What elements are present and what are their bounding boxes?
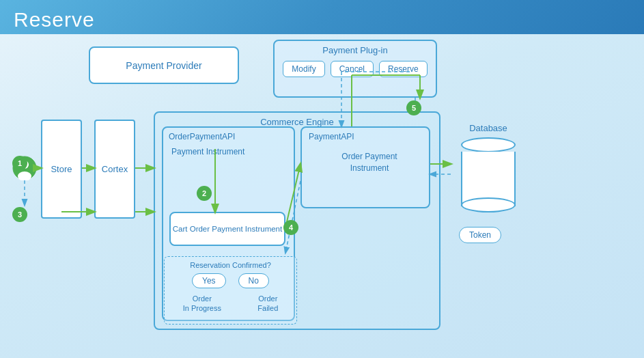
order-in-progress-label: OrderIn Progress: [183, 294, 221, 314]
payment-api-label: PaymentAPI: [302, 128, 429, 144]
token-label: Token: [469, 230, 491, 240]
yes-button[interactable]: Yes: [192, 273, 226, 288]
outcome-labels: OrderIn Progress OrderFailed: [165, 291, 296, 314]
step-1-circle: 1: [12, 156, 27, 171]
cylinder-body: [461, 152, 516, 206]
step-4-circle: 4: [283, 220, 298, 235]
cortex-label: Cortex: [102, 164, 128, 174]
top-bar: Reserve: [0, 0, 644, 34]
order-payment-instrument-label: Order PaymentInstrument: [302, 144, 429, 177]
cylinder-bottom: [461, 197, 516, 212]
database-container: Database: [451, 123, 526, 232]
database-label: Database: [469, 123, 507, 133]
plugin-buttons: Modify Cancel Reserve: [275, 58, 436, 80]
payment-instrument-label: Payment Instrument: [163, 144, 294, 159]
step-5-label: 5: [412, 104, 416, 112]
step-2-label: 2: [202, 189, 206, 197]
payment-api-box: PaymentAPI Order PaymentInstrument: [300, 126, 430, 208]
reservation-box: Reservation Confirmed? Yes No OrderIn Pr…: [164, 256, 297, 325]
cortex-box: Cortex: [94, 120, 135, 219]
payment-provider-box: Payment Provider: [89, 46, 239, 84]
cylinder: [461, 137, 516, 206]
main-container: Reserve Payment Provider Payment Plug-in…: [0, 0, 644, 358]
commerce-engine-label: Commerce Engine: [155, 113, 439, 127]
payment-plugin-box: Payment Plug-in Modify Cancel Reserve: [273, 40, 437, 98]
cart-order-box: Cart Order Payment Instrument: [169, 212, 285, 246]
order-failed-label: OrderFailed: [257, 294, 278, 314]
payment-plugin-label: Payment Plug-in: [275, 41, 436, 58]
step-4-label: 4: [289, 223, 293, 232]
cart-order-label: Cart Order Payment Instrument: [173, 224, 282, 234]
page-title: Reserve: [14, 8, 95, 31]
reservation-label: Reservation Confirmed?: [165, 257, 296, 269]
reserve-button[interactable]: Reserve: [379, 61, 428, 77]
step-2-circle: 2: [197, 186, 212, 201]
step-3-label: 3: [18, 210, 22, 219]
step-1-label: 1: [18, 159, 22, 167]
cancel-button[interactable]: Cancel: [331, 61, 374, 77]
step-5-circle: 5: [406, 100, 421, 115]
yes-no-buttons: Yes No: [165, 269, 296, 291]
cylinder-top: [461, 137, 516, 152]
store-label: Store: [51, 164, 72, 174]
modify-button[interactable]: Modify: [283, 61, 324, 77]
no-button[interactable]: No: [238, 273, 269, 288]
token-box: Token: [459, 227, 501, 243]
step-3-circle: 3: [12, 207, 27, 222]
payment-provider-label: Payment Provider: [126, 60, 201, 71]
store-box: Store: [41, 120, 82, 219]
order-payment-api-label: OrderPaymentAPI: [163, 128, 294, 144]
